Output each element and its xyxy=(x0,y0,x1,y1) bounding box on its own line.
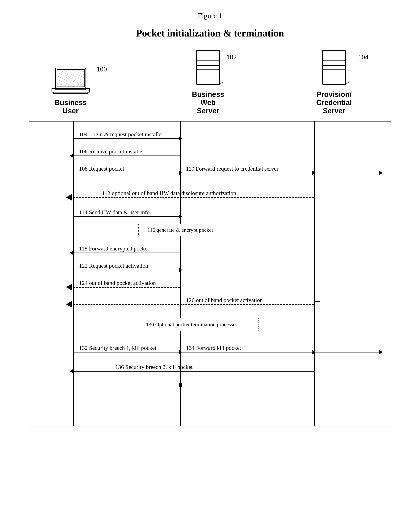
entity-label-user: BusinessUser xyxy=(55,99,87,115)
entity-number-user: 100 xyxy=(97,65,107,73)
svg-line-2 xyxy=(57,69,84,87)
svg-line-8 xyxy=(57,72,82,87)
entity-business-user: 100 BusinessUser xyxy=(40,66,101,115)
msg-row-114: 114 Send HW data & user info. xyxy=(29,204,391,221)
msg-label-126: 126 out of band pocket activation xyxy=(186,297,263,303)
msg-row-112: 112 optional out of band HW data disclos… xyxy=(29,185,391,204)
msg-row-104: 104 Login & request pocket installer xyxy=(29,125,391,143)
messages-container: 104 Login & request pocket installer 106… xyxy=(29,121,391,393)
entity-web-server: 102 BusinessWebServer xyxy=(178,50,239,115)
diagram-container: 100 BusinessUser xyxy=(29,50,391,426)
msg-label-112: 112 optional out of band HW data disclos… xyxy=(102,190,236,196)
msg-row-108-110: 108 Request pocket 110 Forward request t… xyxy=(29,160,391,179)
svg-rect-13 xyxy=(53,92,88,94)
msg-row-116: 116 generate & encrypt pocket xyxy=(29,221,391,240)
msg-label-108: 108 Request pocket xyxy=(79,165,124,172)
msg-label-124: 124 out of band pocket activation xyxy=(79,280,156,286)
msg-label-136: 136 Security breech 2. kill pocket xyxy=(115,364,193,370)
msg-row-118: 118 Forward encrypted pocket xyxy=(29,240,391,257)
msg-label-106: 106 Receive pocket installer xyxy=(79,148,144,155)
msg-row-136: 136 Security breech 2. kill pocket xyxy=(29,358,391,378)
msg-label-110: 110 Forward request to credential server xyxy=(186,165,279,172)
msg-label-104: 104 Login & request pocket installer xyxy=(79,131,163,138)
msg-label-134: 134 Forward kill pocket xyxy=(186,345,241,351)
box-116: 116 generate & encrypt pocket xyxy=(138,224,222,236)
entity-label-webserver: BusinessWebServer xyxy=(192,90,224,115)
laptop-icon xyxy=(51,66,90,97)
box-130: 130 Optional pocket termination processe… xyxy=(125,318,258,331)
svg-line-7 xyxy=(75,69,84,72)
msg-row-126: 126 out of band pocket activation xyxy=(29,291,391,309)
server-icon-web xyxy=(193,50,223,89)
msg-row-130: 130 Optional pocket termination processe… xyxy=(29,315,391,335)
msg-row-124: 124 out of band pocket activation xyxy=(29,274,391,291)
figure-label: Figure 1 xyxy=(0,12,420,20)
server-icon-cred xyxy=(319,50,349,89)
entity-label-credserver: Provision/CredentialServer xyxy=(316,90,352,115)
diagram-title: Pocket initialization & termination xyxy=(0,27,420,39)
svg-rect-32 xyxy=(323,50,345,85)
msg-label-114: 114 Send HW data & user info. xyxy=(79,209,151,215)
svg-line-9 xyxy=(57,76,78,87)
sequence-diagram: 104 Login & request pocket installer 106… xyxy=(29,121,391,426)
msg-label-122: 122 Request pocket activation xyxy=(79,263,148,269)
entity-cred-server: 104 Provision/CredentialServer xyxy=(304,50,365,115)
msg-label-132: 132 Security breech 1, kill pocket xyxy=(79,345,156,351)
msg-row-122: 122 Request pocket activation xyxy=(29,257,391,274)
svg-rect-12 xyxy=(51,89,90,92)
msg-row-132-134: 132 Security breech 1, kill pocket 134 F… xyxy=(29,339,391,358)
msg-label-118: 118 Forward encrypted pocket xyxy=(79,245,149,252)
svg-rect-17 xyxy=(197,50,219,85)
svg-marker-19 xyxy=(219,50,223,85)
svg-line-11 xyxy=(57,83,70,87)
msg-row-106: 106 Receive pocket installer xyxy=(29,143,391,160)
entity-number-credserver: 104 xyxy=(358,53,369,61)
svg-line-4 xyxy=(63,69,84,82)
svg-marker-34 xyxy=(345,50,349,85)
entity-number-webserver: 102 xyxy=(226,53,237,61)
